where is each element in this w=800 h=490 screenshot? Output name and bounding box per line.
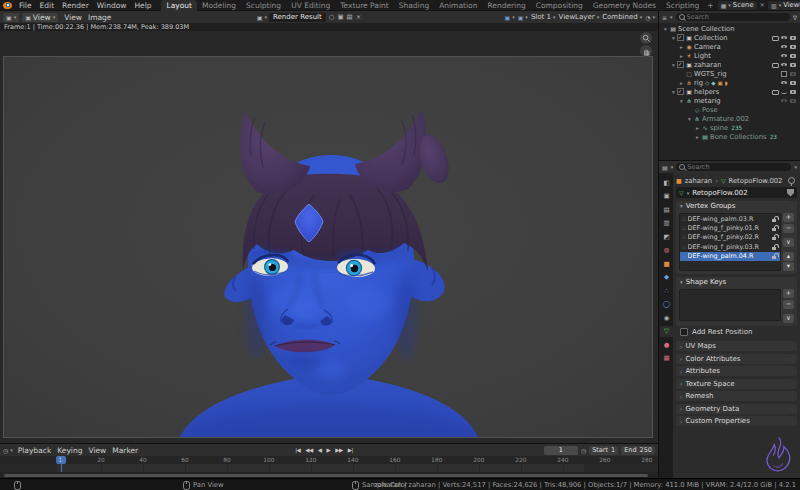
camera-toggle-icon[interactable] bbox=[789, 70, 798, 78]
add-workspace-button[interactable]: + bbox=[704, 0, 716, 11]
eye-toggle-icon[interactable] bbox=[780, 97, 789, 105]
pin-icon[interactable]: ▣ bbox=[336, 13, 344, 21]
add-shape-key-button[interactable]: + bbox=[783, 289, 794, 298]
timeline-menu-view[interactable]: View bbox=[85, 446, 109, 455]
clock-icon[interactable]: ◷ bbox=[3, 447, 8, 454]
image-name-field[interactable]: Render Result bbox=[269, 13, 326, 22]
camera-toggle-icon[interactable] bbox=[789, 34, 798, 42]
lock-open-icon[interactable] bbox=[771, 215, 778, 222]
screen-toggle-icon[interactable] bbox=[771, 61, 780, 69]
lock-open-icon[interactable] bbox=[771, 225, 778, 232]
screen-toggle-icon[interactable] bbox=[771, 88, 780, 96]
panel-custom-properties[interactable]: ›Custom Properties∷ bbox=[676, 416, 797, 426]
layer-dropdown[interactable]: ViewLayer▾ bbox=[559, 13, 600, 21]
box-toggle-icon[interactable] bbox=[780, 70, 789, 78]
output-tab[interactable]: ▤ bbox=[660, 204, 673, 215]
data-name-field[interactable]: ▽ ▾ RetopoFlow.002 bbox=[676, 187, 797, 198]
current-frame-field[interactable]: 1 bbox=[544, 446, 578, 455]
view-layer-tab[interactable]: ▥ bbox=[660, 218, 673, 229]
timeline-menu-keying[interactable]: Keying bbox=[54, 446, 85, 455]
image-editor-menu-image[interactable]: Image bbox=[85, 13, 115, 22]
lock-open-icon[interactable] bbox=[771, 253, 778, 260]
play-reverse-button[interactable]: ◀ bbox=[316, 447, 324, 453]
outliner-row-helpers[interactable]: ▾▣helpers bbox=[659, 87, 800, 96]
outliner-search-input[interactable] bbox=[687, 13, 787, 21]
outliner-row-camera[interactable]: ▸◉Camera bbox=[659, 42, 800, 51]
outliner-row-metarig[interactable]: ▾⋔metarig bbox=[659, 96, 800, 105]
collection-checkbox[interactable] bbox=[677, 88, 684, 95]
view-layer-selector[interactable]: ▥ ▾ ViewLayer bbox=[768, 1, 800, 10]
play-button[interactable]: ▶ bbox=[324, 447, 332, 453]
panel-remesh[interactable]: ›Remesh∷ bbox=[676, 391, 797, 401]
eye-toggle-icon[interactable] bbox=[780, 61, 789, 69]
expand-arrow-icon[interactable]: ▸ bbox=[694, 134, 701, 140]
pin-icon[interactable] bbox=[788, 177, 795, 184]
expand-arrow-icon[interactable]: ▸ bbox=[678, 44, 685, 50]
vertex-group-row[interactable]: ∷DEF-wing_palm.04.R bbox=[680, 252, 780, 261]
pass-dropdown[interactable]: Combined▾ bbox=[602, 13, 642, 21]
move-up-button[interactable]: ▴ bbox=[783, 252, 794, 261]
timeline-menu-marker[interactable]: Marker bbox=[109, 446, 141, 455]
object-data-tab[interactable]: ▽ bbox=[660, 326, 673, 337]
panel-color-attributes[interactable]: ›Color Attributes∷ bbox=[676, 354, 797, 364]
lock-open-icon[interactable] bbox=[771, 243, 778, 250]
jump-to-end-button[interactable]: ▶| bbox=[346, 447, 355, 453]
shield-icon[interactable] bbox=[787, 189, 794, 197]
expand-arrow-icon[interactable]: ▾ bbox=[670, 89, 677, 95]
workspace-tab-compositing[interactable]: Compositing bbox=[531, 0, 588, 11]
workspace-tab-shading[interactable]: Shading bbox=[394, 0, 434, 11]
next-keyframe-button[interactable]: ▶▶ bbox=[333, 447, 344, 453]
expand-arrow-icon[interactable]: ▾ bbox=[686, 116, 693, 122]
camera-toggle-icon[interactable] bbox=[789, 61, 798, 69]
display-mode-icon[interactable]: ≡ bbox=[662, 14, 667, 21]
slot-dropdown[interactable]: Slot 1▾ bbox=[531, 13, 556, 21]
outliner-row-zaharan[interactable]: ▾▣zaharan bbox=[659, 60, 800, 69]
image-editor-canvas[interactable] bbox=[0, 31, 658, 443]
panel-texture-space[interactable]: ›Texture Space∷ bbox=[676, 379, 797, 389]
playhead-line[interactable] bbox=[61, 456, 62, 472]
timeline-ruler[interactable]: 1 20406080100120140160180200220240260280 bbox=[0, 456, 658, 464]
scene-selector[interactable]: ▦ ▾ Scene bbox=[718, 1, 757, 10]
channels-dropdown[interactable]: ◔▾ bbox=[645, 14, 655, 21]
mode-dropdown[interactable]: ▣ View ▾ bbox=[22, 13, 58, 22]
outliner-row-rig[interactable]: ▸⋔rig◇◆▣◗ bbox=[659, 78, 800, 87]
new-image-icon[interactable]: ○ bbox=[328, 13, 336, 21]
vertex-group-row[interactable]: ∷DEF-wing_palm.03.R bbox=[680, 214, 780, 223]
expand-arrow-icon[interactable]: ▸ bbox=[678, 80, 685, 86]
outliner-row-spine[interactable]: ▸∿spine235 bbox=[659, 123, 800, 132]
scrollbar-thumb[interactable] bbox=[4, 474, 648, 477]
workspace-tab-scripting[interactable]: Scripting bbox=[661, 0, 704, 11]
menu-edit[interactable]: Edit bbox=[36, 0, 59, 11]
move-down-button[interactable]: ▾ bbox=[783, 262, 794, 271]
workspace-tab-animation[interactable]: Animation bbox=[434, 0, 482, 11]
properties-search[interactable] bbox=[676, 163, 791, 171]
eyeclosed-toggle-icon[interactable] bbox=[780, 88, 789, 96]
browse-image-icon[interactable]: ▣ bbox=[257, 14, 263, 21]
vertex-group-row[interactable]: ∷DEF-wing_f_pinky.02.R bbox=[680, 233, 780, 242]
add-vertex-group-button[interactable]: + bbox=[783, 213, 794, 222]
auto-keying-clock-icon[interactable]: ◷ bbox=[581, 447, 586, 454]
chevron-down-icon[interactable]: ▾ bbox=[794, 164, 797, 170]
menu-help[interactable]: Help bbox=[130, 0, 155, 11]
camera-toggle-icon[interactable] bbox=[789, 97, 798, 105]
expand-arrow-icon[interactable]: ▾ bbox=[670, 62, 677, 68]
eye-toggle-icon[interactable] bbox=[780, 43, 789, 51]
menu-window[interactable]: Window bbox=[93, 0, 131, 11]
panel-geometry-data[interactable]: ›Geometry Data∷ bbox=[676, 404, 797, 414]
expand-arrow-icon[interactable]: ▾ bbox=[662, 26, 669, 32]
tool-tab[interactable]: ◧ bbox=[660, 177, 673, 188]
overlays-dropdown[interactable]: ▣▾ bbox=[518, 14, 528, 21]
texture-tab[interactable]: ▦ bbox=[660, 353, 673, 364]
expand-arrow-icon[interactable]: ▸ bbox=[678, 53, 685, 59]
eye-toggle-icon[interactable] bbox=[780, 79, 789, 87]
expand-arrow-icon[interactable]: ▾ bbox=[678, 98, 685, 104]
modifiers-tab[interactable]: ◆ bbox=[660, 272, 673, 283]
camera-toggle-icon[interactable] bbox=[789, 52, 798, 60]
camera-toggle-icon[interactable] bbox=[789, 79, 798, 87]
outliner-row-scene-collection[interactable]: ▾▤Scene Collection bbox=[659, 24, 800, 33]
zoom-tool-button[interactable] bbox=[640, 32, 652, 44]
workspace-tab-sculpting[interactable]: Sculpting bbox=[241, 0, 286, 11]
collection-checkbox[interactable] bbox=[677, 61, 684, 68]
unlink-icon[interactable]: × bbox=[355, 13, 362, 21]
breadcrumb-data[interactable]: RetopoFlow.002 bbox=[729, 177, 783, 185]
